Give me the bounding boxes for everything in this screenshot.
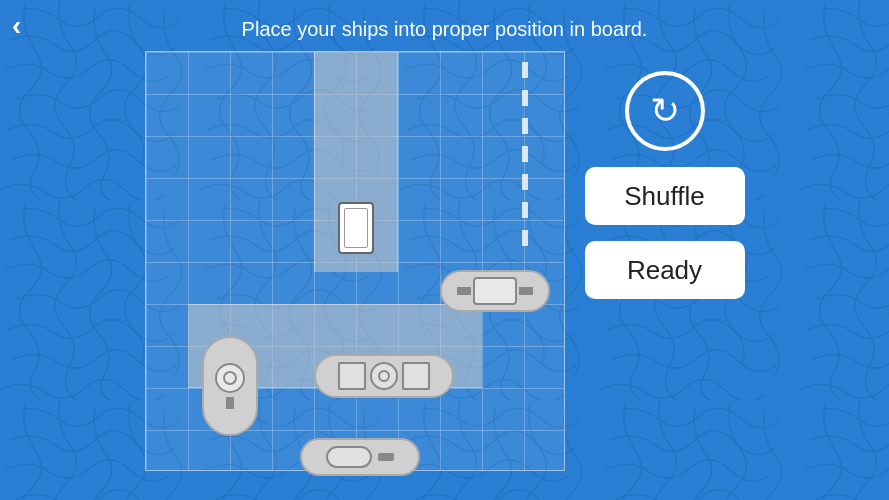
rotate-icon: ↻ [650, 93, 680, 129]
ship-4[interactable] [314, 354, 454, 398]
ship-5-rect [378, 453, 394, 461]
ship-4-block-right [402, 362, 430, 390]
ship-3-circle [215, 363, 245, 393]
ship-5-oval [326, 446, 372, 468]
ship-3-connector [226, 397, 234, 409]
road-dash [522, 90, 528, 106]
page-title: Place your ships into proper position in… [242, 18, 648, 41]
ship-2-inner [473, 277, 517, 305]
road-dash [522, 118, 528, 134]
road-dash [522, 146, 528, 162]
ship-3[interactable] [202, 336, 258, 436]
road-dash [522, 202, 528, 218]
game-board-wrapper [145, 51, 565, 471]
game-board[interactable] [145, 51, 565, 471]
ready-button[interactable]: Ready [585, 241, 745, 299]
ship-4-circle [370, 362, 398, 390]
ship-4-circle-inner [378, 370, 390, 382]
back-button[interactable]: ‹ [12, 12, 21, 40]
main-area: ↻ Shuffle Ready [0, 51, 889, 471]
right-panel: ↻ Shuffle Ready [585, 71, 745, 299]
road-dash [522, 174, 528, 190]
ship-1[interactable] [338, 202, 374, 254]
ship-2[interactable] [440, 270, 550, 312]
main-container: ‹ Place your ships into proper position … [0, 0, 889, 500]
rotate-button[interactable]: ↻ [625, 71, 705, 151]
road-dashes [522, 52, 528, 272]
ship-4-block-left [338, 362, 366, 390]
shuffle-button[interactable]: Shuffle [585, 167, 745, 225]
ship-5[interactable] [300, 438, 420, 476]
road-dash [522, 62, 528, 78]
road-dash [522, 230, 528, 246]
ship-3-circle-inner [223, 371, 237, 385]
